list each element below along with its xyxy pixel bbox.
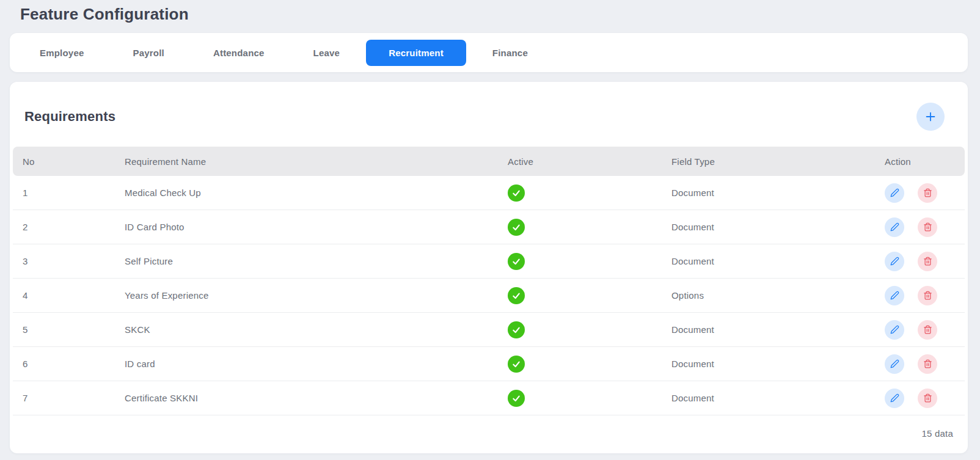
edit-button[interactable] xyxy=(885,286,904,305)
row-number: 6 xyxy=(23,359,28,369)
panel-header: Requirements xyxy=(10,82,968,147)
table-footer: 15 data xyxy=(13,415,965,453)
table-row: 2 ID Card Photo Document xyxy=(13,210,965,244)
field-type: Document xyxy=(671,324,714,335)
check-icon xyxy=(508,287,525,304)
delete-button[interactable] xyxy=(918,252,937,271)
field-type: Document xyxy=(671,256,714,266)
requirement-name: Self Picture xyxy=(125,256,173,266)
action-cell xyxy=(885,176,965,210)
action-cell xyxy=(885,279,965,312)
row-number: 7 xyxy=(23,393,28,403)
pencil-icon xyxy=(890,291,899,300)
action-cell xyxy=(885,347,965,381)
column-header-type: Field Type xyxy=(662,147,875,176)
check-icon xyxy=(508,219,525,236)
edit-button[interactable] xyxy=(885,389,904,408)
page-title: Feature Configuration xyxy=(20,5,980,24)
requirements-panel: Requirements No Requirement Name Active … xyxy=(10,82,968,453)
row-number: 1 xyxy=(23,188,28,198)
field-type: Document xyxy=(671,359,714,369)
delete-button[interactable] xyxy=(918,286,937,305)
field-type: Document xyxy=(671,188,714,198)
action-cell xyxy=(885,381,965,415)
trash-icon xyxy=(923,188,932,197)
field-type: Options xyxy=(671,290,704,301)
action-cell xyxy=(885,313,965,346)
action-cell xyxy=(885,210,965,244)
requirement-name: Years of Experience xyxy=(125,290,209,301)
table-body: 1 Medical Check Up Document xyxy=(13,176,965,415)
panel-title: Requirements xyxy=(24,109,115,125)
tab-leave[interactable]: Leave xyxy=(291,40,363,66)
tab-payroll[interactable]: Payroll xyxy=(110,40,186,66)
check-icon xyxy=(508,253,525,270)
tab-employee[interactable]: Employee xyxy=(17,40,106,66)
tab-attendance[interactable]: Attendance xyxy=(191,40,287,66)
row-count-label: 15 data xyxy=(922,428,953,439)
column-header-active: Active xyxy=(498,147,662,176)
requirement-name: Medical Check Up xyxy=(125,188,201,198)
action-cell xyxy=(885,244,965,278)
pencil-icon xyxy=(890,393,899,403)
delete-button[interactable] xyxy=(918,183,937,203)
table-row: 3 Self Picture Document xyxy=(13,244,965,279)
table-row: 6 ID card Document xyxy=(13,347,965,381)
trash-icon xyxy=(923,257,932,266)
requirements-table: No Requirement Name Active Field Type Ac… xyxy=(10,147,968,415)
delete-button[interactable] xyxy=(918,354,937,374)
edit-button[interactable] xyxy=(885,320,904,340)
requirement-name: ID Card Photo xyxy=(125,222,185,232)
delete-button[interactable] xyxy=(918,320,937,340)
table-header: No Requirement Name Active Field Type Ac… xyxy=(13,147,965,176)
column-header-name: Requirement Name xyxy=(115,147,498,176)
row-number: 2 xyxy=(23,222,28,232)
tabs-bar: EmployeePayrollAttendanceLeaveRecruitmen… xyxy=(10,33,968,72)
edit-button[interactable] xyxy=(885,252,904,271)
edit-button[interactable] xyxy=(885,183,904,203)
pencil-icon xyxy=(890,188,899,197)
requirement-name: SKCK xyxy=(125,324,150,335)
row-number: 5 xyxy=(23,324,28,335)
row-number: 4 xyxy=(23,290,28,301)
delete-button[interactable] xyxy=(918,217,937,237)
pencil-icon xyxy=(890,359,899,368)
trash-icon xyxy=(923,325,932,334)
table-row: 4 Years of Experience Options xyxy=(13,279,965,313)
pencil-icon xyxy=(890,325,899,334)
requirement-name: ID card xyxy=(125,359,155,369)
check-icon xyxy=(508,390,525,407)
check-icon xyxy=(508,321,525,338)
requirement-name: Certificate SKKNI xyxy=(125,393,198,403)
tab-finance[interactable]: Finance xyxy=(470,40,550,66)
trash-icon xyxy=(923,291,932,300)
pencil-icon xyxy=(890,257,899,266)
field-type: Document xyxy=(671,222,714,232)
plus-icon xyxy=(924,110,937,123)
row-number: 3 xyxy=(23,256,28,266)
tab-recruitment[interactable]: Recruitment xyxy=(366,40,466,66)
table-row: 7 Certificate SKKNI Document xyxy=(13,381,965,415)
trash-icon xyxy=(923,393,932,403)
add-requirement-button[interactable] xyxy=(916,103,945,131)
column-header-action: Action xyxy=(875,147,965,176)
edit-button[interactable] xyxy=(885,354,904,374)
check-icon xyxy=(508,184,525,202)
trash-icon xyxy=(923,359,932,368)
delete-button[interactable] xyxy=(918,389,937,408)
trash-icon xyxy=(923,222,932,232)
table-row: 1 Medical Check Up Document xyxy=(13,176,965,210)
pencil-icon xyxy=(890,222,899,232)
table-row: 5 SKCK Document xyxy=(13,313,965,347)
column-header-no: No xyxy=(13,147,115,176)
edit-button[interactable] xyxy=(885,217,904,237)
check-icon xyxy=(508,356,525,373)
field-type: Document xyxy=(671,393,714,403)
